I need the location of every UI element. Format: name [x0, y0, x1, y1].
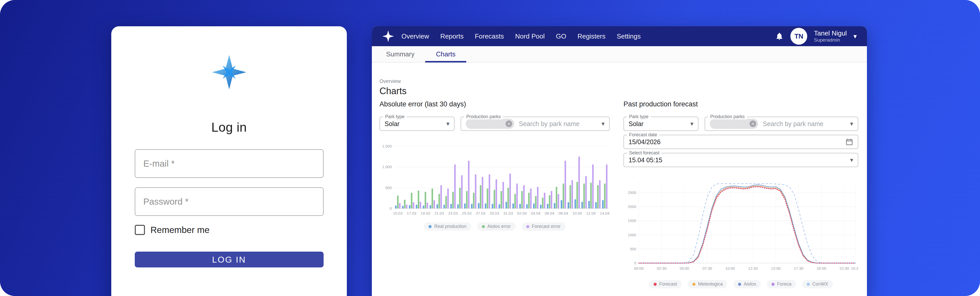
password-field[interactable] — [135, 187, 324, 216]
svg-text:02:30: 02:30 — [657, 266, 667, 271]
svg-text:500: 500 — [385, 186, 392, 190]
park-type-label: Park type — [627, 114, 651, 119]
nav-right: TN Tanel Nigul Superadmin ▾ — [775, 28, 857, 45]
legend-dot — [807, 283, 810, 286]
legend-dot — [428, 225, 431, 228]
svg-text:10:00: 10:00 — [725, 266, 735, 271]
nav-item-go[interactable]: GO — [556, 32, 566, 40]
app-logo-small-icon — [382, 30, 394, 42]
svg-text:29.03: 29.03 — [490, 211, 499, 215]
legend-dot — [772, 283, 775, 286]
svg-text:1,500: 1,500 — [382, 144, 392, 148]
legend-label: Foreca — [777, 282, 791, 287]
chevron-down-icon: ▾ — [444, 120, 449, 127]
svg-text:00:00: 00:00 — [634, 266, 644, 271]
legend-label: Aiolos error — [487, 224, 511, 229]
svg-text:08.04: 08.04 — [558, 211, 568, 215]
app-logo — [211, 54, 247, 90]
svg-text:17:30: 17:30 — [794, 266, 803, 271]
legend-item-aiolos-error[interactable]: Aiolos error — [477, 222, 515, 231]
svg-text:05:00: 05:00 — [679, 266, 689, 271]
user-role: Superadmin — [814, 37, 847, 43]
svg-text:06.04: 06.04 — [545, 211, 554, 215]
selected-park-chip[interactable]: ✕ — [710, 119, 758, 129]
nav-item-registers[interactable]: Registers — [578, 32, 606, 40]
legend-item-forecast[interactable]: Forecast — [649, 280, 682, 288]
park-type-value: Solar — [628, 120, 643, 127]
legend-dot — [526, 225, 529, 228]
production-parks-field[interactable]: Production parks ✕ Search by park name ▾ — [461, 117, 610, 131]
legend-dot — [482, 225, 485, 228]
tab-bar: SummaryCharts — [372, 46, 867, 62]
select-forecast-dropdown[interactable]: Select forecast 15.04 05:15 ▾ — [624, 153, 858, 167]
right-panel-title: Past production forecast — [624, 100, 858, 108]
svg-text:31.03: 31.03 — [503, 211, 513, 215]
legend-item-forecast-error[interactable]: Forecast error — [522, 222, 565, 231]
svg-text:2000: 2000 — [628, 204, 636, 209]
remove-chip-icon[interactable]: ✕ — [506, 121, 512, 127]
nav-links: OverviewReportsForecastsNord PoolGORegis… — [401, 32, 641, 40]
svg-text:22:30: 22:30 — [839, 266, 849, 271]
absolute-error-bar-chart: 05001,0001,50015.0317.0319.0321.0323.032… — [380, 143, 610, 219]
top-navbar: OverviewReportsForecastsNord PoolGORegis… — [372, 26, 867, 46]
legend-item-aiolos[interactable]: Aiolos — [733, 280, 761, 288]
absolute-error-panel: Absolute error (last 30 days) Park type … — [380, 100, 610, 288]
notifications-bell-icon[interactable] — [775, 32, 784, 41]
production-parks-label: Production parks — [708, 114, 747, 119]
left-panel-title: Absolute error (last 30 days) — [380, 100, 610, 108]
park-type-select[interactable]: Park type Solar ▾ — [380, 117, 455, 131]
svg-text:2500: 2500 — [628, 190, 636, 195]
svg-text:19.03: 19.03 — [421, 211, 430, 215]
legend-item-conwx[interactable]: ConWX — [802, 280, 833, 288]
legend-label: Real production — [434, 224, 466, 229]
right-controls-row: Park type Solar ▾ Production parks ✕ Sea… — [624, 117, 858, 131]
legend-item-meteologica[interactable]: Meteologica — [688, 280, 727, 288]
chevron-down-icon: ▾ — [848, 156, 853, 164]
svg-text:10.04: 10.04 — [573, 211, 582, 215]
past-production-panel: Past production forecast Park type Solar… — [624, 100, 858, 288]
breadcrumb: Overview — [380, 78, 858, 84]
charts-columns: Absolute error (last 30 days) Park type … — [380, 100, 858, 288]
park-type-value: Solar — [385, 120, 399, 127]
nav-item-settings[interactable]: Settings — [617, 32, 641, 40]
tab-charts[interactable]: Charts — [425, 46, 466, 62]
forecast-date-value: 15/04/2026 — [628, 138, 660, 146]
svg-text:27.03: 27.03 — [476, 211, 485, 215]
svg-text:0: 0 — [634, 261, 636, 265]
svg-text:500: 500 — [630, 247, 636, 251]
chevron-down-icon[interactable]: ▾ — [853, 32, 857, 40]
park-type-select[interactable]: Park type Solar ▾ — [624, 117, 698, 131]
remember-me-row: Remember me — [135, 225, 324, 235]
tab-summary[interactable]: Summary — [375, 46, 425, 62]
remove-chip-icon[interactable]: ✕ — [749, 121, 756, 127]
remember-me-checkbox[interactable] — [135, 225, 145, 235]
production-parks-label: Production parks — [464, 114, 503, 119]
legend-item-foreca[interactable]: Foreca — [767, 280, 796, 288]
select-forecast-value: 15.04 05:15 — [628, 156, 662, 164]
selected-park-chip[interactable]: ✕ — [466, 119, 514, 129]
park-search-placeholder: Search by park name — [519, 120, 579, 127]
nav-item-nord-pool[interactable]: Nord Pool — [515, 32, 545, 40]
legend-dot — [654, 283, 657, 286]
svg-text:20:00: 20:00 — [817, 266, 826, 271]
svg-text:14.04: 14.04 — [600, 211, 610, 215]
calendar-icon[interactable] — [845, 138, 853, 146]
svg-text:1500: 1500 — [628, 218, 636, 223]
legend-item-real-production[interactable]: Real production — [424, 222, 471, 231]
park-search-placeholder: Search by park name — [763, 120, 824, 127]
login-button[interactable]: LOG IN — [135, 251, 324, 267]
user-menu[interactable]: Tanel Nigul Superadmin — [814, 30, 847, 43]
email-field[interactable] — [135, 149, 324, 178]
avatar[interactable]: TN — [791, 28, 807, 45]
legend-label: Meteologica — [698, 282, 723, 287]
production-parks-field[interactable]: Production parks ✕ Search by park name ▾ — [705, 117, 858, 131]
nav-item-overview[interactable]: Overview — [401, 32, 429, 40]
login-title: Log in — [211, 120, 247, 135]
legend-label: Forecast — [659, 282, 677, 287]
svg-text:1,000: 1,000 — [382, 165, 392, 169]
nav-item-reports[interactable]: Reports — [440, 32, 463, 40]
svg-text:0: 0 — [390, 206, 392, 210]
nav-item-forecasts[interactable]: Forecasts — [475, 32, 504, 40]
forecast-date-field[interactable]: Forecast date 15/04/2026 — [624, 135, 858, 149]
select-forecast-label: Select forecast — [627, 150, 662, 156]
